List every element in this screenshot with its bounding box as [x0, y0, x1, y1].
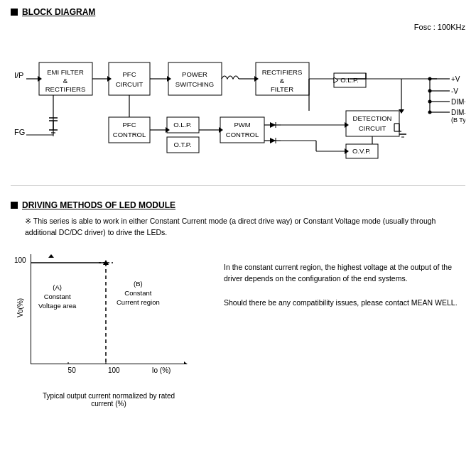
svg-text:RECTIFIERS: RECTIFIERS [45, 85, 85, 93]
y-axis-label: Vo(%) [16, 298, 24, 317]
svg-text:O.L.P.: O.L.P. [340, 76, 359, 84]
graph-area: 100 [31, 254, 187, 364]
svg-rect-16 [109, 62, 150, 95]
driving-note: This series is able to work in either Co… [25, 216, 465, 239]
x-tick-100: 100 [108, 366, 120, 374]
driving-title: DRIVING METHODS OF LED MODULE [22, 200, 175, 210]
fosc-label: Fosc : 100KHz [11, 23, 465, 31]
svg-rect-21 [168, 62, 222, 95]
y-100-label: 100 [14, 256, 26, 264]
svg-text:O.V.P.: O.V.P. [352, 147, 371, 155]
x-axis-ticks: 50 100 Io (%) [31, 366, 187, 374]
block-diagram-title: BLOCK DIAGRAM [22, 7, 95, 17]
svg-text:PFC: PFC [123, 70, 136, 78]
graph-caption: Typical output current normalized by rat… [31, 392, 187, 408]
driving-methods-section: DRIVING METHODS OF LED MODULE This serie… [11, 200, 465, 408]
block-diagram-svg: I/P FG EMI FILTER & RECTIFIERS PF [11, 34, 465, 173]
svg-text:CIRCUIT: CIRCUIT [359, 124, 386, 132]
description-line1: In the constant current region, the high… [224, 261, 465, 285]
svg-text:PWM: PWM [234, 121, 250, 129]
svg-text:DETECTION: DETECTION [353, 114, 392, 122]
label-b: (B)ConstantCurrent region [117, 279, 160, 307]
svg-text:SWITCHING: SWITCHING [175, 80, 214, 88]
svg-marker-103 [48, 254, 54, 258]
svg-text:O.T.P.: O.T.P. [173, 141, 191, 148]
svg-text:+V: +V [451, 75, 460, 83]
svg-text:FG: FG [14, 128, 25, 136]
svg-text:PFC: PFC [123, 121, 136, 129]
svg-marker-77 [270, 122, 276, 128]
svg-text:DIM+: DIM+ [451, 98, 465, 106]
x-io-label: Io (%) [152, 366, 171, 374]
svg-marker-80 [270, 138, 276, 143]
block-diagram-title-row: BLOCK DIAGRAM [11, 7, 465, 17]
svg-text:DIM-: DIM- [451, 109, 465, 116]
description-line2: Should there be any compatibility issues… [224, 297, 465, 309]
svg-text:CIRCUIT: CIRCUIT [116, 80, 144, 88]
svg-marker-102 [184, 361, 188, 364]
graph-container: Vo(%) 100 [11, 247, 210, 408]
svg-text:(B Type): (B Type) [451, 116, 465, 124]
block-diagram-container: I/P FG EMI FILTER & RECTIFIERS PF [11, 34, 465, 173]
svg-text:O.L.P.: O.L.P. [173, 121, 192, 129]
svg-text:RECTIFIERS: RECTIFIERS [262, 68, 302, 76]
driving-title-row: DRIVING METHODS OF LED MODULE [11, 200, 465, 210]
svg-text:&: & [280, 77, 285, 84]
title-square-icon [11, 9, 18, 16]
svg-text:I/P: I/P [14, 71, 23, 80]
label-a: (A)ConstantVoltage area [38, 283, 76, 311]
section-divider [11, 185, 465, 186]
svg-text:FILTER: FILTER [271, 85, 293, 93]
svg-text:-V: -V [451, 87, 458, 95]
svg-text:CONTROL: CONTROL [226, 131, 259, 138]
block-diagram-section: BLOCK DIAGRAM Fosc : 100KHz I/P FG EMI F… [11, 7, 465, 173]
x-tick-50: 50 [68, 366, 76, 374]
driving-description: In the constant current region, the high… [224, 247, 465, 309]
title-square-icon-2 [11, 202, 18, 209]
driving-content: Vo(%) 100 [11, 247, 465, 408]
svg-text:CONTROL: CONTROL [113, 131, 146, 138]
svg-text:EMI FILTER: EMI FILTER [47, 68, 84, 76]
svg-text:POWER: POWER [182, 70, 207, 78]
svg-text:&: & [63, 77, 68, 84]
